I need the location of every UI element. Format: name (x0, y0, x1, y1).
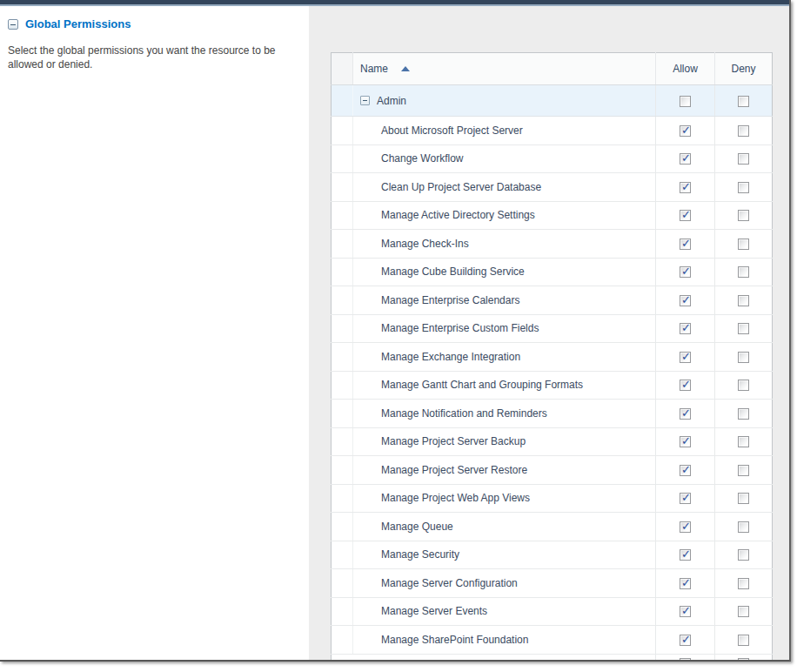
deny-checkbox[interactable] (738, 153, 749, 165)
deny-checkbox[interactable] (738, 436, 749, 447)
table-row: Manage SharePoint Foundation (332, 626, 773, 655)
allow-checkbox[interactable] (680, 465, 691, 476)
table-row: Manage Server Events (332, 597, 773, 626)
allow-checkbox[interactable] (680, 295, 691, 306)
table-row: Change Workflow (332, 144, 773, 173)
allow-checkbox[interactable] (680, 380, 691, 391)
group-row-admin: Admin (332, 85, 773, 117)
sort-ascending-icon (401, 66, 410, 71)
deny-checkbox[interactable] (738, 182, 749, 193)
permission-name: Manage Server Events (353, 597, 656, 626)
deny-checkbox[interactable] (738, 549, 749, 561)
deny-checkbox[interactable] (738, 239, 749, 250)
row-gutter (332, 286, 353, 315)
section-collapse-icon[interactable] (8, 19, 18, 30)
permission-name: Change Workflow (353, 144, 656, 173)
allow-checkbox[interactable] (680, 239, 691, 250)
table-row-partially-visible (332, 654, 773, 662)
permission-name: Manage Notification and Reminders (353, 400, 656, 428)
table-header-row: Name Allow Deny (332, 53, 773, 85)
allow-checkbox[interactable] (680, 125, 691, 137)
deny-checkbox[interactable] (738, 635, 749, 646)
deny-checkbox[interactable] (738, 493, 749, 504)
permission-name: Manage Security (353, 541, 656, 569)
table-row: Manage Project Server Restore (332, 456, 773, 485)
group-label: Admin (377, 95, 406, 107)
allow-checkbox[interactable] (680, 549, 691, 561)
name-column-label: Name (360, 63, 388, 75)
column-header-deny: Deny (715, 53, 773, 85)
allow-checkbox[interactable] (680, 658, 691, 662)
permission-name: Manage Gantt Chart and Grouping Formats (353, 371, 656, 400)
row-gutter (332, 230, 353, 259)
header-gutter-cell (332, 53, 353, 85)
allow-checkbox[interactable] (680, 635, 691, 646)
row-gutter (332, 484, 353, 513)
deny-checkbox[interactable] (738, 408, 749, 420)
permission-name: Manage Enterprise Custom Fields (353, 314, 656, 343)
table-row: Clean Up Project Server Database (332, 173, 773, 202)
section-description: Select the global permissions you want t… (8, 44, 291, 71)
table-row: Manage Queue (332, 513, 773, 541)
table-row: Manage Enterprise Calendars (332, 286, 773, 315)
allow-checkbox[interactable] (680, 521, 691, 533)
permission-name (353, 654, 656, 662)
allow-checkbox[interactable] (680, 266, 691, 278)
allow-checkbox[interactable] (680, 606, 691, 617)
allow-checkbox[interactable] (680, 182, 691, 193)
table-row: Manage Exchange Integration (332, 343, 773, 372)
deny-checkbox[interactable] (738, 606, 749, 617)
deny-checkbox[interactable] (738, 352, 749, 363)
deny-checkbox[interactable] (738, 658, 749, 662)
permissions-panel: Name Allow Deny Admin (309, 6, 789, 660)
permission-name: Manage Exchange Integration (353, 343, 656, 372)
allow-checkbox[interactable] (680, 352, 691, 363)
table-row: About Microsoft Project Server (332, 117, 773, 145)
global-permissions-screen: Global Permissions Select the global per… (0, 0, 797, 672)
permission-name: About Microsoft Project Server (353, 117, 656, 145)
permissions-table: Name Allow Deny Admin (331, 52, 773, 662)
allow-checkbox[interactable] (680, 493, 691, 504)
row-gutter (332, 343, 353, 372)
row-gutter (332, 597, 353, 626)
row-gutter (332, 654, 353, 662)
table-row: Manage Project Web App Views (332, 484, 773, 513)
deny-checkbox[interactable] (738, 578, 749, 589)
row-gutter (332, 400, 353, 428)
allow-checkbox[interactable] (680, 323, 691, 334)
permission-name: Manage Server Configuration (353, 569, 656, 598)
section-title-row: Global Permissions (8, 17, 300, 30)
allow-checkbox[interactable] (680, 96, 691, 107)
permission-name: Manage SharePoint Foundation (353, 626, 656, 655)
column-header-name[interactable]: Name (353, 53, 656, 85)
permission-name: Manage Queue (353, 513, 656, 541)
row-gutter (332, 85, 353, 117)
deny-checkbox[interactable] (738, 125, 749, 137)
row-gutter (332, 314, 353, 343)
deny-checkbox[interactable] (738, 96, 749, 107)
row-gutter (332, 201, 353, 230)
deny-checkbox[interactable] (738, 521, 749, 533)
allow-checkbox[interactable] (680, 210, 691, 221)
permission-name: Manage Active Directory Settings (353, 201, 656, 230)
permission-name: Manage Project Server Restore (353, 456, 656, 485)
deny-checkbox[interactable] (738, 465, 749, 476)
allow-checkbox[interactable] (680, 436, 691, 447)
row-gutter (332, 541, 353, 569)
deny-checkbox[interactable] (738, 266, 749, 278)
deny-checkbox[interactable] (738, 295, 749, 306)
row-gutter (332, 371, 353, 400)
deny-checkbox[interactable] (738, 210, 749, 221)
permission-name: Manage Enterprise Calendars (353, 286, 656, 315)
table-row: Manage Enterprise Custom Fields (332, 314, 773, 343)
allow-checkbox[interactable] (680, 408, 691, 420)
table-row: Manage Project Server Backup (332, 427, 773, 456)
table-row: Manage Notification and Reminders (332, 400, 773, 428)
allow-checkbox[interactable] (680, 578, 691, 589)
deny-checkbox[interactable] (738, 380, 749, 391)
allow-checkbox[interactable] (680, 153, 691, 165)
group-collapse-icon[interactable] (360, 96, 370, 105)
permission-name: Manage Project Server Backup (353, 427, 656, 456)
deny-checkbox[interactable] (738, 323, 749, 334)
top-accent-bar (0, 0, 789, 6)
